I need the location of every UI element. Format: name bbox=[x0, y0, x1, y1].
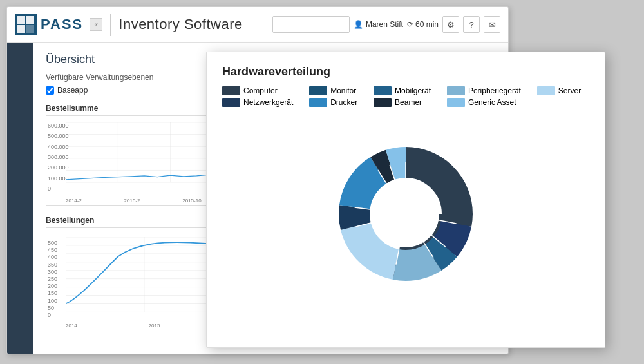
donut-center bbox=[372, 180, 439, 247]
legend-label-generic: Generic Asset bbox=[468, 98, 516, 107]
sidebar bbox=[7, 43, 33, 354]
header-divider bbox=[110, 14, 111, 36]
checkbox-label: Baseapp bbox=[57, 86, 88, 95]
legend-item-server: Server bbox=[537, 86, 589, 95]
legend-swatch-computer bbox=[222, 86, 240, 95]
user-name: Maren Stift bbox=[366, 20, 403, 29]
timer-value: 60 min bbox=[415, 20, 439, 29]
mail-button[interactable]: ✉ bbox=[484, 16, 500, 33]
collapse-button[interactable]: « bbox=[90, 18, 102, 31]
chart1-y-labels: 600.000 500.000 400.000 300.000 200.000 … bbox=[48, 122, 69, 192]
search-input[interactable] bbox=[272, 16, 350, 33]
legend-label-beamer: Beamer bbox=[395, 98, 422, 107]
logo-area: PASS « bbox=[15, 14, 102, 35]
svg-rect-1 bbox=[26, 16, 34, 24]
svg-rect-3 bbox=[26, 25, 34, 33]
settings-button[interactable]: ⚙ bbox=[442, 16, 459, 33]
legend-swatch-generic bbox=[447, 98, 465, 107]
help-button[interactable]: ? bbox=[463, 16, 480, 33]
legend-label-peripherie: Peripheriegerät bbox=[468, 86, 521, 95]
header-right: 👤 Maren Stift ⟳ 60 min ⚙ ? ✉ bbox=[272, 16, 500, 33]
svg-rect-2 bbox=[17, 25, 25, 33]
timer-icon: ⟳ bbox=[407, 20, 413, 29]
donut-svg bbox=[316, 124, 496, 304]
legend-label-netzwerk: Netzwerkgerät bbox=[243, 98, 293, 107]
legend-item-drucker: Drucker bbox=[309, 98, 366, 107]
legend-item-mobilgeraet: Mobilgerät bbox=[374, 86, 439, 95]
legend-swatch-peripherie bbox=[447, 86, 465, 95]
legend-label-monitor: Monitor bbox=[330, 86, 356, 95]
logo-text: PASS bbox=[41, 16, 83, 33]
donut-window: Hardwareverteilung Computer Monitor Mobi… bbox=[206, 52, 605, 348]
legend-label-drucker: Drucker bbox=[330, 98, 357, 107]
legend-label-server: Server bbox=[558, 86, 581, 95]
donut-chart-area bbox=[222, 117, 589, 311]
legend-item-computer: Computer bbox=[222, 86, 301, 95]
legend-item-monitor: Monitor bbox=[309, 86, 366, 95]
legend-label-mobilgeraet: Mobilgerät bbox=[395, 86, 431, 95]
legend-swatch-netzwerk bbox=[222, 98, 240, 107]
legend-swatch-monitor bbox=[309, 86, 327, 95]
app-title: Inventory Software bbox=[118, 16, 242, 33]
legend-swatch-mobilgeraet bbox=[374, 86, 392, 95]
legend-item-peripherie: Peripheriegerät bbox=[447, 86, 529, 95]
legend-swatch-server bbox=[537, 86, 555, 95]
timer-info: ⟳ 60 min bbox=[407, 20, 439, 29]
legend-swatch-drucker bbox=[309, 98, 327, 107]
legend-item-generic: Generic Asset bbox=[447, 98, 529, 107]
baseapp-checkbox[interactable] bbox=[46, 86, 54, 95]
legend-item-netzwerk: Netzwerkgerät bbox=[222, 98, 301, 107]
legend-swatch-beamer bbox=[374, 98, 392, 107]
chart2-y-labels: 500 450 400 350 300 250 200 150 100 50 0 bbox=[48, 240, 57, 318]
user-icon: 👤 bbox=[354, 20, 363, 29]
donut-legend: Computer Monitor Mobilgerät Peripheriege… bbox=[222, 86, 589, 107]
logo-icon bbox=[15, 14, 37, 35]
header: PASS « Inventory Software 👤 Maren Stift … bbox=[7, 7, 508, 43]
legend-label-computer: Computer bbox=[243, 86, 278, 95]
legend-item-beamer: Beamer bbox=[374, 98, 439, 107]
user-info: 👤 Maren Stift bbox=[354, 20, 403, 29]
donut-title: Hardwareverteilung bbox=[222, 65, 589, 79]
svg-rect-0 bbox=[17, 16, 25, 24]
